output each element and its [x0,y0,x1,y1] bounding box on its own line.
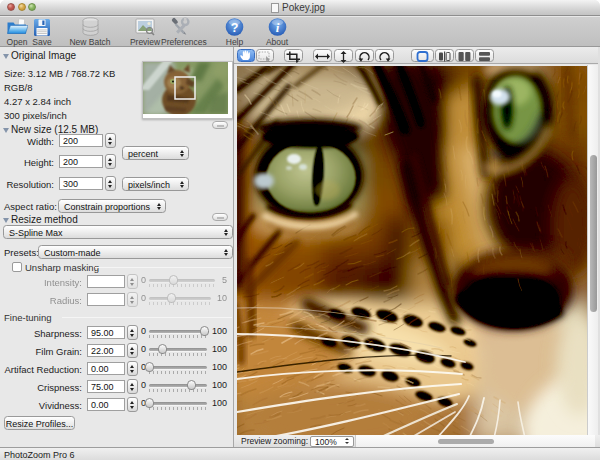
svg-text:?: ? [231,21,239,35]
svg-text:i: i [275,20,279,35]
